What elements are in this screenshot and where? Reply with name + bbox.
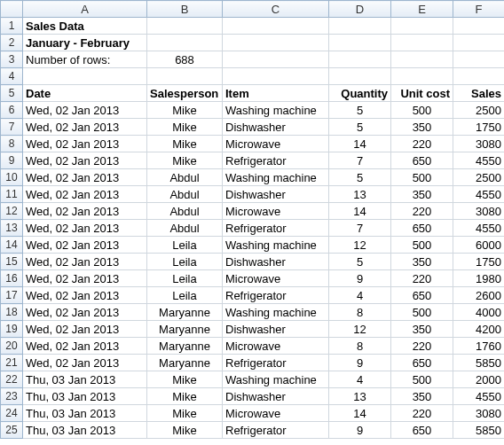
- row-header[interactable]: 25: [1, 422, 23, 439]
- cell-date[interactable]: Wed, 02 Jan 2013: [23, 287, 147, 304]
- cell-unitcost[interactable]: 650: [391, 220, 453, 237]
- cell-quantity[interactable]: 9: [329, 355, 391, 371]
- row-header[interactable]: 23: [1, 388, 23, 405]
- cell-quantity[interactable]: 7: [329, 220, 391, 237]
- cell-item[interactable]: Dishwasher: [223, 186, 329, 203]
- cell[interactable]: [223, 18, 329, 35]
- cell-salesperson[interactable]: Mike: [147, 371, 223, 388]
- cell-date[interactable]: Wed, 02 Jan 2013: [23, 136, 147, 152]
- cell[interactable]: [329, 18, 391, 35]
- cell-title[interactable]: Sales Data: [23, 18, 147, 35]
- cell-unitcost[interactable]: 500: [391, 169, 453, 186]
- cell-quantity[interactable]: 8: [329, 304, 391, 321]
- cell-item[interactable]: Microwave: [223, 338, 329, 355]
- cell-sales[interactable]: 5850: [453, 355, 505, 371]
- spreadsheet-grid[interactable]: A B C D E F 1 Sales Data 2 January - Feb…: [0, 0, 504, 439]
- cell-item[interactable]: Dishwasher: [223, 119, 329, 136]
- cell-date[interactable]: Wed, 02 Jan 2013: [23, 186, 147, 203]
- cell-salesperson[interactable]: Leila: [147, 254, 223, 270]
- col-header-C[interactable]: C: [223, 1, 329, 18]
- row-header[interactable]: 3: [1, 51, 23, 68]
- cell-quantity[interactable]: 7: [329, 152, 391, 169]
- cell-date[interactable]: Wed, 02 Jan 2013: [23, 237, 147, 254]
- cell-item[interactable]: Dishwasher: [223, 321, 329, 338]
- col-header-D[interactable]: D: [329, 1, 391, 18]
- cell-quantity[interactable]: 14: [329, 136, 391, 152]
- cell-quantity[interactable]: 5: [329, 254, 391, 270]
- cell-salesperson[interactable]: Mike: [147, 422, 223, 439]
- header-date[interactable]: Date: [23, 85, 147, 102]
- cell-salesperson[interactable]: Mike: [147, 136, 223, 152]
- col-header-A[interactable]: A: [23, 1, 147, 18]
- row-header[interactable]: 20: [1, 338, 23, 355]
- cell[interactable]: [391, 35, 453, 51]
- cell-date[interactable]: Wed, 02 Jan 2013: [23, 169, 147, 186]
- row-header[interactable]: 7: [1, 119, 23, 136]
- row-header[interactable]: 8: [1, 136, 23, 152]
- cell-sales[interactable]: 1760: [453, 338, 505, 355]
- cell-salesperson[interactable]: Leila: [147, 237, 223, 254]
- cell-unitcost[interactable]: 650: [391, 152, 453, 169]
- cell-salesperson[interactable]: Maryanne: [147, 304, 223, 321]
- cell-subtitle[interactable]: January - February: [23, 35, 147, 51]
- cell-quantity[interactable]: 5: [329, 169, 391, 186]
- row-header[interactable]: 16: [1, 270, 23, 287]
- cell-sales[interactable]: 4550: [453, 186, 505, 203]
- cell-salesperson[interactable]: Abdul: [147, 186, 223, 203]
- cell-sales[interactable]: 5850: [453, 422, 505, 439]
- cell-unitcost[interactable]: 500: [391, 237, 453, 254]
- cell-item[interactable]: Washing machine: [223, 371, 329, 388]
- cell-item[interactable]: Refrigerator: [223, 287, 329, 304]
- cell[interactable]: [329, 68, 391, 85]
- cell-item[interactable]: Dishwasher: [223, 388, 329, 405]
- cell-sales[interactable]: 4550: [453, 152, 505, 169]
- cell[interactable]: [223, 51, 329, 68]
- cell[interactable]: [391, 51, 453, 68]
- cell-sales[interactable]: 4550: [453, 220, 505, 237]
- cell-sales[interactable]: 3080: [453, 405, 505, 422]
- row-header[interactable]: 1: [1, 18, 23, 35]
- cell-item[interactable]: Microwave: [223, 136, 329, 152]
- row-header[interactable]: 24: [1, 405, 23, 422]
- cell-quantity[interactable]: 4: [329, 287, 391, 304]
- cell-item[interactable]: Microwave: [223, 405, 329, 422]
- cell-unitcost[interactable]: 350: [391, 321, 453, 338]
- cell[interactable]: [147, 18, 223, 35]
- cell-sales[interactable]: 2600: [453, 287, 505, 304]
- cell-sales[interactable]: 3080: [453, 136, 505, 152]
- cell-item[interactable]: Refrigerator: [223, 355, 329, 371]
- cell[interactable]: [391, 18, 453, 35]
- cell-sales[interactable]: 1750: [453, 119, 505, 136]
- cell-salesperson[interactable]: Maryanne: [147, 321, 223, 338]
- cell-unitcost[interactable]: 650: [391, 422, 453, 439]
- row-header[interactable]: 5: [1, 85, 23, 102]
- cell-date[interactable]: Thu, 03 Jan 2013: [23, 388, 147, 405]
- cell[interactable]: [453, 35, 505, 51]
- row-header[interactable]: 11: [1, 186, 23, 203]
- cell-date[interactable]: Wed, 02 Jan 2013: [23, 119, 147, 136]
- row-header[interactable]: 10: [1, 169, 23, 186]
- cell-date[interactable]: Thu, 03 Jan 2013: [23, 422, 147, 439]
- cell-unitcost[interactable]: 220: [391, 203, 453, 220]
- row-header[interactable]: 17: [1, 287, 23, 304]
- cell-salesperson[interactable]: Mike: [147, 119, 223, 136]
- cell-date[interactable]: Wed, 02 Jan 2013: [23, 254, 147, 270]
- cell-quantity[interactable]: 9: [329, 270, 391, 287]
- cell-date[interactable]: Wed, 02 Jan 2013: [23, 152, 147, 169]
- cell[interactable]: [453, 68, 505, 85]
- cell-salesperson[interactable]: Maryanne: [147, 355, 223, 371]
- cell[interactable]: [147, 68, 223, 85]
- cell-sales[interactable]: 2500: [453, 102, 505, 119]
- cell-quantity[interactable]: 12: [329, 321, 391, 338]
- cell-unitcost[interactable]: 500: [391, 371, 453, 388]
- cell-sales[interactable]: 2000: [453, 371, 505, 388]
- cell-quantity[interactable]: 13: [329, 388, 391, 405]
- cell-salesperson[interactable]: Mike: [147, 102, 223, 119]
- row-header[interactable]: 13: [1, 220, 23, 237]
- cell-quantity[interactable]: 5: [329, 102, 391, 119]
- row-header[interactable]: 18: [1, 304, 23, 321]
- cell-quantity[interactable]: 5: [329, 119, 391, 136]
- cell[interactable]: [223, 35, 329, 51]
- cell-date[interactable]: Wed, 02 Jan 2013: [23, 102, 147, 119]
- cell-quantity[interactable]: 13: [329, 186, 391, 203]
